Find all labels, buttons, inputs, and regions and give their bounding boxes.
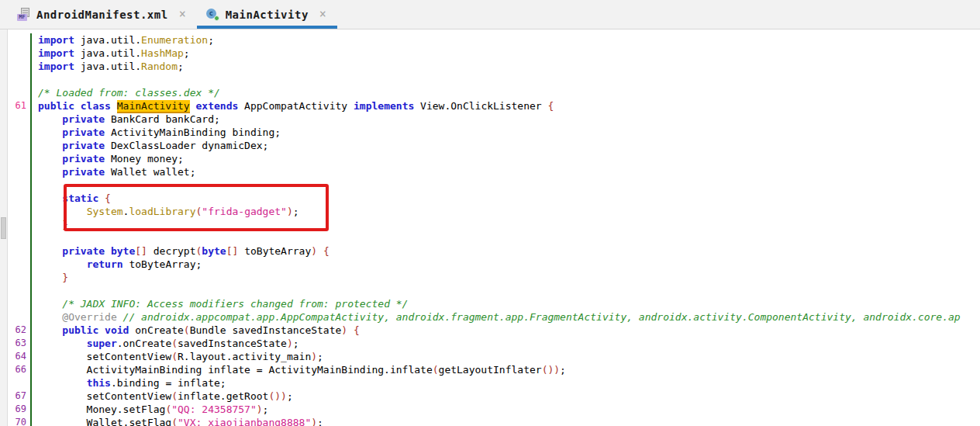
tab-mainactivity[interactable]: c MainActivity × bbox=[197, 0, 337, 29]
line-number bbox=[8, 178, 32, 192]
tab-label-androidmanifest: AndroidManifest.xml bbox=[36, 9, 168, 21]
code-line: } bbox=[8, 271, 980, 284]
line-number: 61 bbox=[8, 99, 32, 113]
manifest-file-icon: MF bbox=[17, 8, 30, 21]
line-number bbox=[8, 47, 32, 60]
line-number bbox=[8, 244, 32, 258]
code-line: 67 setContentView(inflate.getRoot()); bbox=[8, 390, 980, 403]
code-line: import java.util.Enumeration; bbox=[8, 33, 980, 47]
line-number bbox=[8, 73, 32, 86]
code-line: 61public class MainActivity extends AppC… bbox=[8, 99, 980, 113]
line-number bbox=[8, 258, 32, 271]
code-line: /* JADX INFO: Access modifiers changed f… bbox=[8, 297, 980, 310]
line-number bbox=[8, 33, 32, 47]
java-class-icon: c bbox=[206, 8, 219, 21]
code-line bbox=[8, 231, 980, 244]
tab-label-mainactivity: MainActivity bbox=[226, 9, 309, 21]
line-number bbox=[8, 218, 32, 231]
code-line: 66 ActivityMainBinding inflate = Activit… bbox=[8, 363, 980, 376]
code-line: 70 Wallet.setFlag("VX: xiaojianbang8888"… bbox=[8, 416, 980, 426]
code-line: private DexClassLoader dynamicDex; bbox=[8, 139, 980, 152]
code-line: private byte[] decrypt(byte[] toByteArra… bbox=[8, 244, 980, 258]
code-line: System.loadLibrary("frida-gadget"); bbox=[8, 205, 980, 218]
code-line bbox=[8, 178, 980, 192]
code-line: } bbox=[8, 218, 980, 231]
code-line bbox=[8, 73, 980, 86]
mf-badge: MF bbox=[17, 14, 27, 21]
line-number: 66 bbox=[8, 363, 32, 376]
code-line: private ActivityMainBinding binding; bbox=[8, 126, 980, 139]
active-tab-indicator bbox=[197, 26, 337, 29]
code-line: static { bbox=[8, 192, 980, 205]
line-number bbox=[8, 60, 32, 73]
line-number bbox=[8, 86, 32, 99]
line-number bbox=[8, 139, 32, 152]
line-number bbox=[8, 310, 32, 324]
code-line: return toByteArray; bbox=[8, 258, 980, 271]
line-number bbox=[8, 376, 32, 390]
line-number: 69 bbox=[8, 403, 32, 416]
code-line: 64 setContentView(R.layout.activity_main… bbox=[8, 350, 980, 363]
code-line: 63 super.onCreate(savedInstanceState); bbox=[8, 337, 980, 350]
tab-bar: MF AndroidManifest.xml × c MainActivity … bbox=[0, 0, 980, 29]
code-line: 62 public void onCreate(Bundle savedInst… bbox=[8, 324, 980, 337]
green-dot-icon bbox=[214, 16, 219, 21]
line-number: 67 bbox=[8, 390, 32, 403]
code-line: import java.util.HashMap; bbox=[8, 47, 980, 60]
line-number: 62 bbox=[8, 324, 32, 337]
code-line: /* Loaded from: classes.dex */ bbox=[8, 86, 980, 99]
code-line: import java.util.Random; bbox=[8, 60, 980, 73]
line-number bbox=[8, 271, 32, 284]
line-number bbox=[8, 205, 32, 218]
code-line: @Override // androidx.appcompat.app.AppC… bbox=[8, 310, 980, 324]
line-number bbox=[8, 113, 32, 126]
line-number bbox=[8, 126, 32, 139]
code-line bbox=[8, 284, 980, 297]
line-number bbox=[8, 231, 32, 244]
line-number: 70 bbox=[8, 416, 32, 426]
close-icon[interactable]: × bbox=[179, 9, 186, 20]
tab-androidmanifest[interactable]: MF AndroidManifest.xml × bbox=[8, 0, 197, 29]
editor-panel: import java.util.Enumeration;import java… bbox=[0, 29, 980, 426]
line-number bbox=[8, 284, 32, 297]
scrollbar-thumb[interactable] bbox=[1, 217, 6, 239]
line-number: 63 bbox=[8, 337, 32, 350]
code-editor[interactable]: import java.util.Enumeration;import java… bbox=[8, 29, 980, 426]
code-line: private Money money; bbox=[8, 152, 980, 165]
line-number bbox=[8, 297, 32, 310]
code-lines: import java.util.Enumeration;import java… bbox=[8, 33, 980, 426]
close-icon[interactable]: × bbox=[319, 9, 326, 20]
code-line: 69 Money.setFlag("QQ: 24358757"); bbox=[8, 403, 980, 416]
line-number: 64 bbox=[8, 350, 32, 363]
code-line: private BankCard bankCard; bbox=[8, 113, 980, 126]
code-line: this.binding = inflate; bbox=[8, 376, 980, 390]
left-scrollbar-track[interactable] bbox=[0, 29, 8, 426]
line-number bbox=[8, 192, 32, 205]
code-line: private Wallet wallet; bbox=[8, 165, 980, 178]
line-number bbox=[8, 165, 32, 178]
line-number bbox=[8, 152, 32, 165]
